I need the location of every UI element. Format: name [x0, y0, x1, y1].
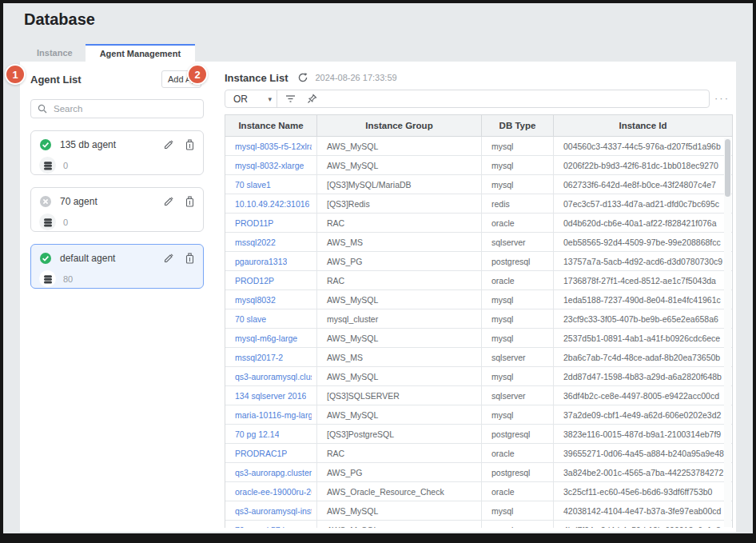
instance-name-cell: qs3-auroramysql.cluster-r...	[225, 367, 317, 385]
filter-icon[interactable]	[285, 94, 296, 103]
db-type-cell: postgresql	[482, 252, 554, 270]
edit-agent-button[interactable]	[163, 253, 174, 264]
table-body: mysql-8035-r5-12xlrageAWS_MySQLmysql0045…	[225, 137, 732, 528]
instance-name-link[interactable]: 70 mysql 57 ha	[235, 525, 292, 529]
database-icon	[39, 157, 56, 174]
instance-id-cell: 3c25cf11-ec60-45e6-b6d6-93df6ff753b0	[554, 482, 732, 501]
refresh-button[interactable]	[297, 72, 308, 83]
tab-agent-management[interactable]: Agent Management	[86, 44, 195, 62]
table-row: 10.10.49.242:31016[QS3]Redisredis07ec3c5…	[225, 194, 732, 214]
instance-id-cell: 004560c3-4337-44c5-976a-d207f5d1a96b	[554, 137, 732, 155]
delete-agent-button[interactable]	[185, 139, 195, 150]
instance-id-cell: 42038142-4104-4e47-b37a-3fe97eab00cd	[554, 501, 732, 520]
db-type-cell: sqlserver	[482, 348, 554, 366]
column-header: Instance Id	[554, 115, 732, 136]
instance-group-cell: [QS3]Redis	[317, 194, 482, 213]
instance-name-link[interactable]: qs3-aurorapg.cluster-ro-ci...	[235, 468, 312, 477]
instance-id-cell: 39655271-0d06-4a45-a884-b240a95a9e48	[554, 444, 732, 462]
instance-name-cell: PROD12P	[225, 271, 317, 289]
table-row: mssql2017-2AWS_MSsqlserver2ba6c7ab-7c4d-…	[225, 348, 732, 367]
agent-card-list: 135 db agent070 agent0default agent80	[30, 130, 204, 289]
instance-group-cell: AWS_MySQL	[317, 329, 482, 347]
instance-name-link[interactable]: oracle-ee-19000ru-202004...	[235, 487, 312, 497]
agent-card[interactable]: 70 agent0	[30, 187, 204, 232]
instance-name-link[interactable]: maria-10116-mg-large	[235, 410, 312, 420]
table-row: 70 slavemysql_clustermysql23cf9c33-3f05-…	[225, 309, 732, 329]
instance-name-cell: mssql2017-2	[225, 348, 317, 366]
instance-list-header: Instance List 2024-08-26 17:33:59	[225, 70, 733, 85]
instance-name-cell: 70 slave	[225, 309, 317, 328]
db-type-cell: oracle	[482, 214, 554, 232]
instance-name-link[interactable]: 70 slave	[235, 314, 266, 324]
instance-name-link[interactable]: qs3-auroramysql.cluster-r...	[235, 372, 312, 381]
instance-group-cell: AWS_MySQL	[317, 290, 482, 309]
filter-row: OR ▾ ···	[225, 90, 733, 108]
tab-instance[interactable]: Instance	[24, 44, 86, 62]
instance-name-link[interactable]: 134 sqlserver 2016	[235, 391, 306, 401]
agent-list-header: Agent List Add Agent	[30, 70, 204, 88]
agent-name: 135 db agent	[60, 139, 163, 150]
instance-id-cell: 3823e116-0015-487d-b9a1-2100314eb7f9	[554, 425, 732, 443]
annotation-badge-1: 1	[5, 64, 26, 85]
db-type-cell: mysql	[482, 290, 554, 309]
instance-name-link[interactable]: 10.10.49.242:31016	[235, 199, 309, 209]
instance-group-cell: AWS_MySQL	[317, 137, 482, 155]
instance-name-link[interactable]: mysql8032	[235, 295, 276, 305]
table-row: mssql2022AWS_MSsqlserver0eb58565-92d4-45…	[225, 233, 732, 252]
agent-status-icon	[39, 252, 52, 265]
instance-name-link[interactable]: PROD11P	[235, 218, 273, 228]
trash-icon	[185, 253, 195, 264]
instance-name-link[interactable]: 70 pg 12.14	[235, 429, 279, 439]
instance-name-link[interactable]: mysql-8035-r5-12xlrage	[235, 142, 312, 151]
instance-name-link[interactable]: pgaurora1313	[235, 257, 287, 266]
scrollbar-thumb[interactable]	[725, 139, 730, 197]
instance-name-cell: mysql8032	[225, 290, 317, 309]
instance-name-cell: PRODRAC1P	[225, 444, 317, 462]
table-row: pgaurora1313AWS_PGpostgresql13757a7a-5ac…	[225, 252, 732, 271]
db-type-cell: mysql	[482, 501, 554, 520]
search-input[interactable]	[54, 104, 197, 114]
instance-group-cell: AWS_MySQL	[317, 367, 482, 385]
instance-name-link[interactable]: mssql2022	[235, 238, 276, 247]
delete-agent-button[interactable]	[185, 196, 195, 207]
instance-id-cell: 3a824be2-001c-4565-a7ba-442253784272	[554, 463, 732, 481]
pencil-icon	[163, 196, 174, 207]
instance-name-cell: qs3-auroramysql-instance-1	[225, 501, 317, 520]
table-row: mysql-m6g-largeAWS_MySQLmysql2537d5b1-08…	[225, 329, 732, 348]
table-row: mysql8032AWS_MySQLmysql1eda5188-7237-490…	[225, 290, 732, 309]
filter-operator-select[interactable]: OR ▾	[225, 94, 277, 105]
instance-id-cell: 13757a7a-5acb-4d92-acd6-d3d0780730c9	[554, 252, 732, 270]
search-box[interactable]	[30, 99, 204, 118]
agent-card[interactable]: 135 db agent0	[30, 130, 204, 175]
instance-name-cell: PROD11P	[225, 214, 317, 232]
db-type-cell: oracle	[482, 482, 554, 501]
agent-status-icon	[39, 195, 52, 208]
chevron-down-icon: ▾	[268, 95, 272, 103]
page-title: Database	[24, 10, 95, 29]
pencil-icon	[163, 253, 174, 264]
edit-agent-button[interactable]	[163, 196, 174, 207]
edit-agent-button[interactable]	[163, 139, 174, 150]
instance-name-cell: maria-10116-mg-large	[225, 405, 317, 424]
trash-icon	[185, 196, 195, 207]
instance-name-link[interactable]: 70 slave1	[235, 180, 271, 190]
agent-card[interactable]: default agent80	[30, 244, 204, 289]
instance-name-link[interactable]: mysql-8032-xlarge	[235, 161, 304, 170]
pin-icon[interactable]	[307, 94, 317, 104]
db-type-cell: mysql	[482, 405, 554, 424]
db-type-cell: mysql	[482, 137, 554, 155]
instance-name-link[interactable]: qs3-auroramysql-instance-1	[235, 506, 312, 516]
filter-input[interactable]: OR ▾	[225, 90, 710, 108]
table-row: qs3-auroramysql.cluster-r...AWS_MySQLmys…	[225, 367, 732, 386]
instance-name-link[interactable]: PROD12P	[235, 276, 274, 285]
more-actions-button[interactable]: ···	[714, 92, 730, 104]
db-type-cell: mysql	[482, 156, 554, 174]
instance-name-link[interactable]: mssql2017-2	[235, 353, 283, 362]
instance-name-link[interactable]: PRODRAC1P	[235, 449, 287, 458]
instance-group-cell: AWS_MySQL	[317, 156, 482, 174]
table-scrollbar[interactable]	[724, 138, 731, 527]
instance-name-cell: 70 slave1	[225, 175, 317, 194]
instance-group-cell: AWS_MySQL	[317, 405, 482, 424]
instance-name-link[interactable]: mysql-m6g-large	[235, 333, 297, 343]
delete-agent-button[interactable]	[185, 253, 195, 264]
